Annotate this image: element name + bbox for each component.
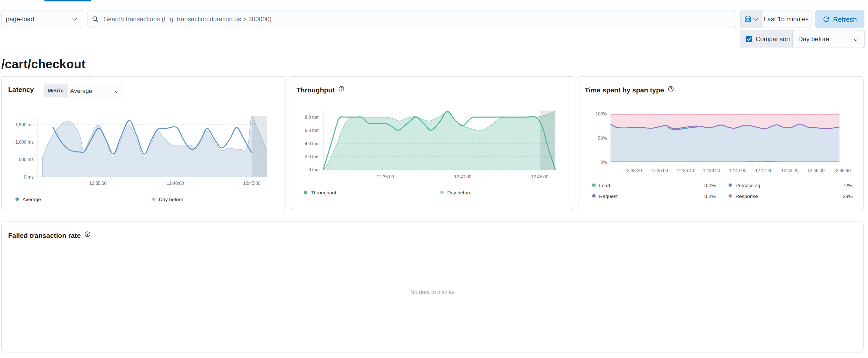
svg-text:12:43:20: 12:43:20 — [781, 168, 799, 173]
svg-text:12:38:20: 12:38:20 — [703, 168, 720, 173]
svg-text:12:35:00: 12:35:00 — [377, 174, 394, 180]
svg-text:1,500 ms: 1,500 ms — [15, 122, 34, 127]
svg-text:12:35:00: 12:35:00 — [651, 168, 668, 173]
svg-text:12:40:00: 12:40:00 — [454, 174, 471, 180]
svg-text:50%: 50% — [598, 136, 607, 141]
svg-text:12:36:40: 12:36:40 — [677, 168, 694, 173]
svg-text:4.0 tpm: 4.0 tpm — [305, 141, 320, 146]
svg-text:0%: 0% — [600, 160, 607, 165]
svg-text:12:46:40: 12:46:40 — [833, 168, 850, 173]
svg-text:6.0 tpm: 6.0 tpm — [305, 128, 320, 133]
svg-text:12:45:00: 12:45:00 — [531, 174, 548, 180]
svg-text:12:45:00: 12:45:00 — [807, 168, 825, 173]
svg-text:100%: 100% — [595, 111, 607, 117]
svg-text:12:45:00: 12:45:00 — [243, 181, 260, 186]
svg-text:1,000 ms: 1,000 ms — [15, 139, 34, 145]
svg-text:12:41:40: 12:41:40 — [755, 168, 772, 173]
svg-text:2.0 tpm: 2.0 tpm — [305, 154, 320, 159]
svg-text:12:35:00: 12:35:00 — [89, 181, 107, 186]
svg-text:0 tpm: 0 tpm — [309, 167, 320, 172]
svg-text:0 ms: 0 ms — [24, 174, 34, 180]
svg-text:500 ms: 500 ms — [19, 157, 34, 162]
svg-text:12:40:00: 12:40:00 — [166, 181, 184, 186]
svg-text:8.0 tpm: 8.0 tpm — [305, 115, 320, 120]
svg-text:12:33:20: 12:33:20 — [624, 168, 642, 173]
svg-text:12:40:00: 12:40:00 — [729, 168, 746, 173]
